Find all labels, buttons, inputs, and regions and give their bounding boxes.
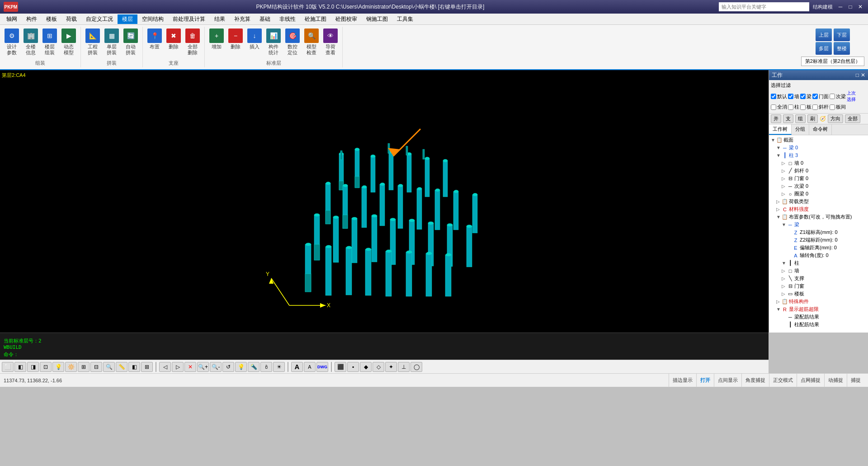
btn-light-on[interactable]: 💡 [235, 362, 247, 372]
btn-load-view[interactable]: 👁 导荷查看 [321, 28, 340, 57]
menu-item-钢施工图[interactable]: 钢施工图 [362, 14, 392, 24]
filter-last-select[interactable]: 上次选择 [847, 90, 856, 103]
dir-btn-zu[interactable]: 组 [795, 114, 806, 123]
btn-light[interactable]: 💡 [52, 362, 64, 372]
tree-node-wall[interactable]: ▷ □ 墙 0 [770, 159, 867, 167]
status-ortho[interactable]: 正交模式 [769, 374, 797, 387]
maximize-button[interactable]: □ [846, 3, 854, 11]
tree-node-door-params[interactable]: ▷ ⊟ 门窗 [770, 282, 867, 290]
sec-beam-expand-icon[interactable]: ▷ [782, 184, 787, 189]
minimize-button[interactable]: ─ [836, 3, 844, 11]
btn-add-floor[interactable]: + 增加 [208, 28, 226, 51]
btn-light3[interactable]: 🕯 [260, 362, 272, 372]
menu-item-楼层[interactable]: 楼层 [118, 14, 137, 24]
btn-upper-floor[interactable]: 上层 [816, 29, 832, 41]
canvas-area[interactable]: 第层2:CA4 [0, 70, 769, 333]
filter-brace[interactable]: 斜杆 [812, 104, 829, 110]
tree-node-z1[interactable]: ▷ Z Z1端标高(mm): 0 [770, 228, 867, 236]
btn-multi-floor[interactable]: 多层 [816, 42, 832, 55]
tree-node-special[interactable]: ▷ 📋 特殊构件 [770, 298, 867, 305]
filter-wall[interactable]: 墙 [788, 90, 799, 103]
tree-node-slab-params[interactable]: ▷ ▭ 楼板 [770, 290, 867, 298]
dir-btn-quanbu[interactable]: 全部 [845, 114, 860, 123]
btn-back[interactable]: ◁ [159, 362, 171, 372]
tree-node-ring-beam[interactable]: ▷ ○ 圈梁 0 [770, 190, 867, 198]
btn-snap-mid[interactable]: ◆ [360, 362, 372, 372]
tree-node-section[interactable]: ▼ 📋 截面 [770, 136, 867, 144]
tree-node-beam-rebar[interactable]: ▷ ─ 梁配筋结果 [770, 313, 867, 321]
btn-text-large[interactable]: A [291, 362, 303, 372]
tree-node-rotation[interactable]: ▷ A 轴转角(度): 0 [770, 252, 867, 259]
panel-float-button[interactable]: □ [856, 72, 859, 78]
menu-item-荷载[interactable]: 荷载 [61, 14, 81, 24]
btn-measure[interactable]: 📏 [116, 362, 127, 372]
beam-expand-icon[interactable]: ▼ [776, 145, 782, 150]
btn-support-delete[interactable]: ✖ 删除 [165, 28, 183, 51]
filter-door[interactable]: 门面 [812, 90, 829, 103]
tree-node-beam-params[interactable]: ▼ ─ 梁 [770, 221, 867, 228]
btn-design-params[interactable]: ⚙ 设计参数 [3, 28, 21, 57]
btn-cancel-op[interactable]: ✕ [184, 362, 196, 372]
tree-node-material[interactable]: ▷ C 材料强度 [770, 205, 867, 213]
column-expand-icon[interactable]: ▼ [776, 153, 782, 158]
status-open[interactable]: 打开 [696, 374, 714, 387]
ring-beam-expand-icon[interactable]: ▷ [782, 191, 787, 196]
btn-dwg[interactable]: DWG [316, 362, 328, 372]
btn-grid[interactable]: ⊞ [78, 362, 90, 372]
filter-secondary-beam[interactable]: 次梁 [830, 90, 846, 103]
btn-align-center[interactable]: ▪ [347, 362, 359, 372]
btn-top-view[interactable]: ⊡ [40, 362, 52, 372]
menu-item-补充算[interactable]: 补充算 [230, 14, 255, 24]
menu-item-空间结构[interactable]: 空间结构 [137, 14, 168, 24]
menu-item-自定义工况[interactable]: 自定义工况 [81, 14, 118, 24]
filter-column[interactable]: 柱 [788, 104, 799, 110]
filter-clear-all[interactable]: 全消 [771, 104, 787, 110]
menu-item-基础[interactable]: 基础 [255, 14, 275, 24]
btn-zoom-in[interactable]: 🔍+ [197, 362, 209, 372]
btn-side-view[interactable]: ◨ [27, 362, 39, 372]
btn-snap-end[interactable]: ◇ [373, 362, 384, 372]
menu-item-非线性[interactable]: 非线性 [275, 14, 300, 24]
tab-command-tree[interactable]: 命令树 [809, 124, 832, 135]
btn-text-small[interactable]: A [304, 362, 316, 372]
status-auto-snap[interactable]: 动捕捉 [824, 374, 847, 387]
filter-beam[interactable]: 梁 [800, 90, 811, 103]
tree-node-z2[interactable]: ▷ Z Z2端标距(mm): 0 [770, 236, 867, 244]
btn-project-assemble[interactable]: 📐 工程拼装 [84, 28, 102, 57]
status-point-display[interactable]: 点间显示 [714, 374, 741, 387]
filter-between-slab[interactable]: 板间 [830, 104, 846, 110]
btn-auto-assemble[interactable]: 🔄 自动拼装 [122, 28, 140, 57]
btn-lower-floor[interactable]: 下层 [834, 29, 850, 41]
knowledge-search-input[interactable] [719, 2, 809, 11]
btn-light2[interactable]: 🔦 [248, 362, 259, 372]
tab-group[interactable]: 分组 [792, 124, 809, 135]
menu-item-砼图校审[interactable]: 砼图校审 [331, 14, 362, 24]
btn-numeric-locate[interactable]: 🎯 数控定位 [283, 28, 302, 57]
tree-node-layout-params[interactable]: ▼ 📋 布置参数(可改，可拖拽布置) [770, 213, 867, 221]
btn-snap-perp[interactable]: ⊥ [398, 362, 410, 372]
tree-node-column-params[interactable]: ▼ ┃ 柱 [770, 259, 867, 267]
tree-node-wall-params[interactable]: ▷ □ 墙 [770, 267, 867, 275]
btn-member-stats[interactable]: 📊 构件统计 [264, 28, 283, 57]
btn-all-floor[interactable]: 整楼 [834, 42, 850, 55]
menu-item-前处理及计算[interactable]: 前处理及计算 [168, 14, 210, 24]
tree-node-eccentricity[interactable]: ▷ E 偏轴距离(mm): 0 [770, 244, 867, 252]
btn-delete-floor[interactable]: − 删除 [226, 28, 245, 51]
command-input-field[interactable] [20, 352, 765, 357]
status-edge-display[interactable]: 描边显示 [669, 374, 696, 387]
btn-floor-assembly[interactable]: ⊞ 楼层组装 [41, 28, 59, 57]
tree-node-strut-params[interactable]: ▷ ╲ 支撑 [770, 275, 867, 282]
tree-node-brace[interactable]: ▷ ╱ 斜杆 0 [770, 167, 867, 175]
btn-dynamic-model[interactable]: ▶ 动态模型 [60, 28, 78, 57]
brace-expand-icon[interactable]: ▷ [782, 168, 787, 173]
status-grid-snap[interactable]: 点网捕捉 [797, 374, 824, 387]
filter-default[interactable]: 默认 [771, 90, 787, 103]
btn-snap-int[interactable]: ✦ [385, 362, 397, 372]
panel-close-button[interactable]: ✕ [861, 72, 865, 78]
tree-node-secondary-beam[interactable]: ▷ ─ 次梁 0 [770, 182, 867, 190]
btn-explode[interactable]: ⊞ [141, 362, 153, 372]
btn-support-delete-all[interactable]: 🗑 全部删除 [184, 28, 202, 57]
btn-zoom-out[interactable]: 🔍- [210, 362, 222, 372]
btn-grid-snap[interactable]: ⊟ [90, 362, 102, 372]
tree-area[interactable]: ▼ 📋 截面 ▼ ─ 梁 0 ▼ ┃ 柱 3 ▷ □ 墙 0 ▷ ╱ [769, 135, 868, 333]
